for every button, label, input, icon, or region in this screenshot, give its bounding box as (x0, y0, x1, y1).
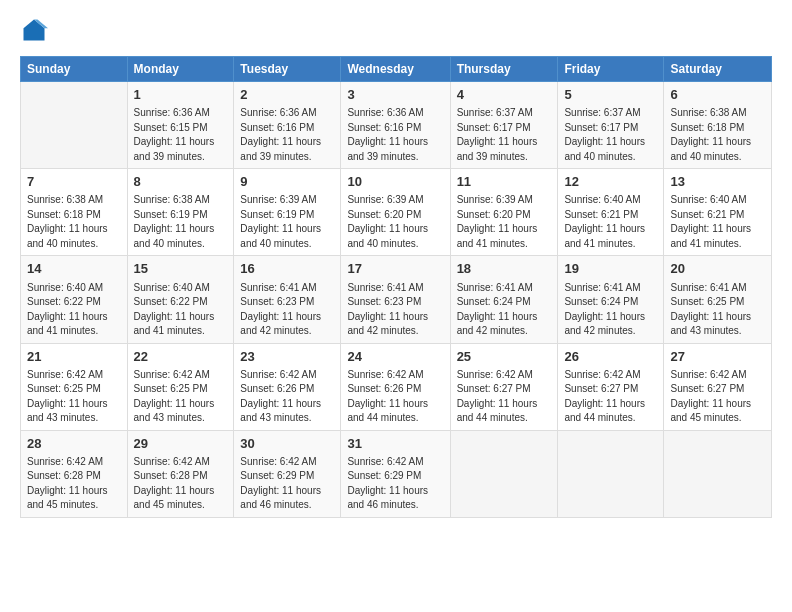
calendar-header-row: SundayMondayTuesdayWednesdayThursdayFrid… (21, 57, 772, 82)
calendar-week-row: 28Sunrise: 6:42 AMSunset: 6:28 PMDayligh… (21, 430, 772, 517)
calendar-cell: 20Sunrise: 6:41 AMSunset: 6:25 PMDayligh… (664, 256, 772, 343)
day-info: Sunrise: 6:39 AMSunset: 6:20 PMDaylight:… (457, 193, 552, 251)
calendar-cell: 15Sunrise: 6:40 AMSunset: 6:22 PMDayligh… (127, 256, 234, 343)
day-number: 10 (347, 173, 443, 191)
day-number: 31 (347, 435, 443, 453)
calendar-cell: 30Sunrise: 6:42 AMSunset: 6:29 PMDayligh… (234, 430, 341, 517)
day-info: Sunrise: 6:40 AMSunset: 6:21 PMDaylight:… (564, 193, 657, 251)
day-number: 3 (347, 86, 443, 104)
day-number: 11 (457, 173, 552, 191)
day-number: 4 (457, 86, 552, 104)
calendar-week-row: 14Sunrise: 6:40 AMSunset: 6:22 PMDayligh… (21, 256, 772, 343)
calendar-cell (21, 82, 128, 169)
weekday-header: Monday (127, 57, 234, 82)
day-number: 29 (134, 435, 228, 453)
day-number: 14 (27, 260, 121, 278)
day-number: 27 (670, 348, 765, 366)
day-number: 7 (27, 173, 121, 191)
day-info: Sunrise: 6:41 AMSunset: 6:23 PMDaylight:… (240, 281, 334, 339)
day-number: 15 (134, 260, 228, 278)
logo-icon (20, 16, 48, 44)
day-number: 2 (240, 86, 334, 104)
calendar-cell: 7Sunrise: 6:38 AMSunset: 6:18 PMDaylight… (21, 169, 128, 256)
day-number: 13 (670, 173, 765, 191)
calendar-cell: 1Sunrise: 6:36 AMSunset: 6:15 PMDaylight… (127, 82, 234, 169)
calendar-cell: 28Sunrise: 6:42 AMSunset: 6:28 PMDayligh… (21, 430, 128, 517)
day-info: Sunrise: 6:40 AMSunset: 6:21 PMDaylight:… (670, 193, 765, 251)
calendar-cell: 27Sunrise: 6:42 AMSunset: 6:27 PMDayligh… (664, 343, 772, 430)
day-number: 23 (240, 348, 334, 366)
day-info: Sunrise: 6:42 AMSunset: 6:26 PMDaylight:… (240, 368, 334, 426)
calendar-cell: 25Sunrise: 6:42 AMSunset: 6:27 PMDayligh… (450, 343, 558, 430)
day-number: 24 (347, 348, 443, 366)
day-info: Sunrise: 6:42 AMSunset: 6:29 PMDaylight:… (347, 455, 443, 513)
weekday-header: Thursday (450, 57, 558, 82)
day-number: 16 (240, 260, 334, 278)
day-info: Sunrise: 6:39 AMSunset: 6:19 PMDaylight:… (240, 193, 334, 251)
calendar-cell: 19Sunrise: 6:41 AMSunset: 6:24 PMDayligh… (558, 256, 664, 343)
day-number: 30 (240, 435, 334, 453)
day-info: Sunrise: 6:39 AMSunset: 6:20 PMDaylight:… (347, 193, 443, 251)
day-info: Sunrise: 6:40 AMSunset: 6:22 PMDaylight:… (134, 281, 228, 339)
day-number: 17 (347, 260, 443, 278)
day-info: Sunrise: 6:42 AMSunset: 6:25 PMDaylight:… (27, 368, 121, 426)
day-info: Sunrise: 6:42 AMSunset: 6:27 PMDaylight:… (564, 368, 657, 426)
calendar-cell: 29Sunrise: 6:42 AMSunset: 6:28 PMDayligh… (127, 430, 234, 517)
calendar-week-row: 7Sunrise: 6:38 AMSunset: 6:18 PMDaylight… (21, 169, 772, 256)
day-info: Sunrise: 6:42 AMSunset: 6:26 PMDaylight:… (347, 368, 443, 426)
weekday-header: Saturday (664, 57, 772, 82)
day-number: 6 (670, 86, 765, 104)
header (20, 16, 772, 44)
svg-marker-0 (24, 20, 45, 41)
day-number: 8 (134, 173, 228, 191)
day-info: Sunrise: 6:42 AMSunset: 6:25 PMDaylight:… (134, 368, 228, 426)
weekday-header: Wednesday (341, 57, 450, 82)
calendar-cell: 22Sunrise: 6:42 AMSunset: 6:25 PMDayligh… (127, 343, 234, 430)
day-info: Sunrise: 6:38 AMSunset: 6:19 PMDaylight:… (134, 193, 228, 251)
day-info: Sunrise: 6:37 AMSunset: 6:17 PMDaylight:… (457, 106, 552, 164)
day-info: Sunrise: 6:42 AMSunset: 6:27 PMDaylight:… (457, 368, 552, 426)
day-number: 22 (134, 348, 228, 366)
logo (20, 16, 52, 44)
day-number: 19 (564, 260, 657, 278)
calendar-cell: 16Sunrise: 6:41 AMSunset: 6:23 PMDayligh… (234, 256, 341, 343)
calendar-week-row: 21Sunrise: 6:42 AMSunset: 6:25 PMDayligh… (21, 343, 772, 430)
weekday-header: Tuesday (234, 57, 341, 82)
calendar-cell: 13Sunrise: 6:40 AMSunset: 6:21 PMDayligh… (664, 169, 772, 256)
calendar-cell: 4Sunrise: 6:37 AMSunset: 6:17 PMDaylight… (450, 82, 558, 169)
day-number: 25 (457, 348, 552, 366)
page-container: SundayMondayTuesdayWednesdayThursdayFrid… (0, 0, 792, 528)
day-number: 28 (27, 435, 121, 453)
day-number: 1 (134, 86, 228, 104)
day-number: 18 (457, 260, 552, 278)
calendar-cell: 12Sunrise: 6:40 AMSunset: 6:21 PMDayligh… (558, 169, 664, 256)
day-info: Sunrise: 6:38 AMSunset: 6:18 PMDaylight:… (670, 106, 765, 164)
calendar-cell: 21Sunrise: 6:42 AMSunset: 6:25 PMDayligh… (21, 343, 128, 430)
day-info: Sunrise: 6:42 AMSunset: 6:28 PMDaylight:… (27, 455, 121, 513)
day-number: 26 (564, 348, 657, 366)
day-info: Sunrise: 6:40 AMSunset: 6:22 PMDaylight:… (27, 281, 121, 339)
day-number: 21 (27, 348, 121, 366)
weekday-header: Friday (558, 57, 664, 82)
day-number: 12 (564, 173, 657, 191)
calendar-cell: 17Sunrise: 6:41 AMSunset: 6:23 PMDayligh… (341, 256, 450, 343)
day-number: 5 (564, 86, 657, 104)
calendar-table: SundayMondayTuesdayWednesdayThursdayFrid… (20, 56, 772, 518)
day-info: Sunrise: 6:41 AMSunset: 6:25 PMDaylight:… (670, 281, 765, 339)
calendar-cell: 3Sunrise: 6:36 AMSunset: 6:16 PMDaylight… (341, 82, 450, 169)
day-info: Sunrise: 6:36 AMSunset: 6:16 PMDaylight:… (347, 106, 443, 164)
calendar-week-row: 1Sunrise: 6:36 AMSunset: 6:15 PMDaylight… (21, 82, 772, 169)
calendar-cell: 11Sunrise: 6:39 AMSunset: 6:20 PMDayligh… (450, 169, 558, 256)
day-info: Sunrise: 6:42 AMSunset: 6:28 PMDaylight:… (134, 455, 228, 513)
day-number: 20 (670, 260, 765, 278)
day-info: Sunrise: 6:41 AMSunset: 6:24 PMDaylight:… (457, 281, 552, 339)
calendar-cell: 31Sunrise: 6:42 AMSunset: 6:29 PMDayligh… (341, 430, 450, 517)
calendar-cell: 8Sunrise: 6:38 AMSunset: 6:19 PMDaylight… (127, 169, 234, 256)
calendar-cell: 2Sunrise: 6:36 AMSunset: 6:16 PMDaylight… (234, 82, 341, 169)
calendar-cell (450, 430, 558, 517)
calendar-cell: 24Sunrise: 6:42 AMSunset: 6:26 PMDayligh… (341, 343, 450, 430)
calendar-cell: 10Sunrise: 6:39 AMSunset: 6:20 PMDayligh… (341, 169, 450, 256)
day-info: Sunrise: 6:42 AMSunset: 6:29 PMDaylight:… (240, 455, 334, 513)
calendar-cell: 9Sunrise: 6:39 AMSunset: 6:19 PMDaylight… (234, 169, 341, 256)
day-number: 9 (240, 173, 334, 191)
